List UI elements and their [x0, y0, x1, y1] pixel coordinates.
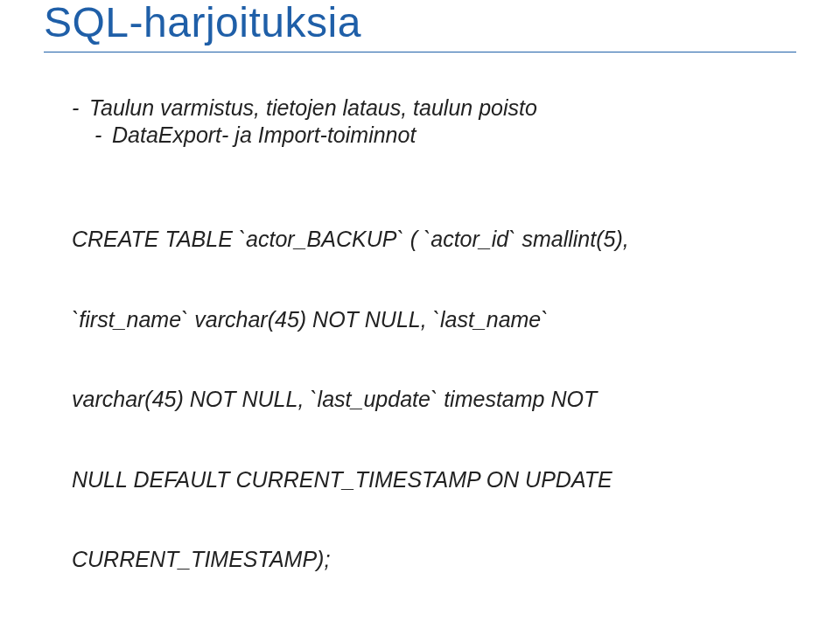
dash-icon: -	[94, 122, 112, 149]
bullet-list: - Taulun varmistus, tietojen lataus, tau…	[44, 94, 796, 148]
sql-line: varchar(45) NOT NULL, `last_update` time…	[72, 386, 796, 413]
slide-title: SQL-harjoituksia	[44, 0, 796, 52]
sql-line: NULL DEFAULT CURRENT_TIMESTAMP ON UPDATE	[72, 466, 796, 493]
bullet-item: - DataExport- ja Import-toiminnot	[72, 122, 796, 149]
dash-icon: -	[72, 94, 89, 122]
bullet-item: - Taulun varmistus, tietojen lataus, tau…	[72, 94, 796, 122]
bullet-text: DataExport- ja Import-toiminnot	[112, 122, 416, 149]
bullet-text: Taulun varmistus, tietojen lataus, taulu…	[89, 94, 537, 122]
sql-code-block: CREATE TABLE `actor_BACKUP` ( `actor_id`…	[44, 172, 796, 636]
sql-line: `first_name` varchar(45) NOT NULL, `last…	[72, 306, 796, 333]
sql-line: CURRENT_TIMESTAMP);	[72, 546, 796, 573]
sql-line: CREATE TABLE `actor_BACKUP` ( `actor_id`…	[72, 226, 796, 253]
